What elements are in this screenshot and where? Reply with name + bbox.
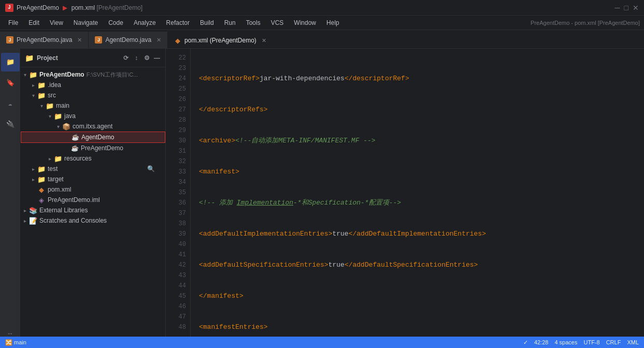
arrow-ext-libraries <box>21 208 29 213</box>
menu-vcs[interactable]: VCS <box>267 17 288 28</box>
folder-icon-java: 📁 <box>54 112 62 120</box>
arrow-java <box>46 113 54 119</box>
tree-item-agentdemo[interactable]: ☕ AgentDemo <box>21 132 165 143</box>
project-folder-icon: 📁 <box>25 54 34 62</box>
menu-code[interactable]: Code <box>104 17 127 28</box>
code-line-22: <descriptorRef>jar-with-dependencies</de… <box>199 74 636 84</box>
git-branch[interactable]: 🔀 main <box>5 339 26 346</box>
project-view-btn[interactable]: 📁 <box>1 53 20 71</box>
menu-tools[interactable]: Tools <box>242 17 265 28</box>
sidebar-collapse-btn[interactable]: ↕ <box>132 54 140 62</box>
label-src: src <box>48 92 56 99</box>
sidebar-close-btn[interactable]: — <box>153 54 161 62</box>
code-line-27: <addDefaultImplementationEntries>true</a… <box>199 229 636 239</box>
tree-item-ext-libraries[interactable]: 📚 External Libraries <box>21 205 165 215</box>
tree-item-resources[interactable]: 📁 resources <box>21 153 165 164</box>
menu-window[interactable]: Window <box>290 17 320 28</box>
tree-item-scratches[interactable]: 📝 Scratches and Consoles <box>21 215 165 226</box>
menu-build[interactable]: Build <box>196 17 218 28</box>
menu-help[interactable]: Help <box>322 17 344 28</box>
minimize-btn[interactable]: ─ <box>615 4 620 12</box>
tab-close-pomxml[interactable]: ✕ <box>262 37 266 44</box>
menu-analyze[interactable]: Analyze <box>130 17 160 28</box>
search-icon-test: 🔍 <box>147 165 155 172</box>
tree-item-test[interactable]: 📁 test 🔍 <box>21 164 165 174</box>
line-ending[interactable]: CRLF <box>606 339 621 345</box>
tab-close-preagentdemo[interactable]: ✕ <box>77 37 82 44</box>
tree-item-preagentdemo[interactable]: 📁 PreAgentDemo F:\SVN工作项目\C... <box>21 69 165 80</box>
tree-item-main[interactable]: 📁 main <box>21 100 165 111</box>
file-title: pom.xml <box>71 4 95 11</box>
java-icon: J <box>6 36 13 44</box>
line-numbers: 22 23 24 25 26 27 28 29 30 31 32 33 34 3… <box>166 49 191 348</box>
tab-bar: J PreAgentDemo.java ✕ J AgentDemo.java ✕… <box>0 30 644 49</box>
code-line-26: <!-- 添加 Implementation-*和Specification-*… <box>199 198 636 208</box>
tree-item-idea[interactable]: 📁 .idea <box>21 80 165 90</box>
xml-icon: ◆ <box>174 37 181 44</box>
cloud-btn[interactable]: ☁ <box>1 94 20 113</box>
indent-info[interactable]: 4 spaces <box>554 339 577 345</box>
arrow-test <box>29 166 37 172</box>
tab-close-agentdemo[interactable]: ✕ <box>156 37 161 44</box>
file-type: XML <box>627 339 639 345</box>
code-line-30: <manifestEntries> <box>199 322 636 332</box>
bookmarks-btn[interactable]: 🔖 <box>1 74 20 92</box>
tree-item-pomxml[interactable]: ◆ pom.xml <box>21 184 165 195</box>
folder-icon-src: 📁 <box>37 91 46 99</box>
label-target: target <box>48 176 64 183</box>
title-bar: J PreAgentDemo ▶ pom.xml [PreAgentDemo] … <box>0 0 644 16</box>
java-icon-2: J <box>95 36 102 44</box>
java-icon-preagentdemo: ☕ <box>70 144 79 152</box>
arrow-scratches <box>21 218 29 224</box>
menu-file[interactable]: File <box>4 17 22 28</box>
sidebar-settings-btn[interactable]: ⚙ <box>142 54 151 62</box>
arrow-pkg <box>54 124 62 129</box>
menu-refactor[interactable]: Refactor <box>162 17 194 28</box>
sidebar-tree: 📁 PreAgentDemo F:\SVN工作项目\C... 📁 .idea 📁 <box>21 67 165 348</box>
line-col[interactable]: 42:28 <box>534 339 549 345</box>
menu-edit[interactable]: Edit <box>24 17 44 28</box>
tree-item-pkg[interactable]: 📦 com.itxs.agent <box>21 121 165 132</box>
tab-pomxml[interactable]: ◆ pom.xml (PreAgentDemo) ✕ <box>168 32 273 48</box>
menu-view[interactable]: View <box>46 17 67 28</box>
arrow-resources <box>46 156 54 162</box>
label-test: test <box>48 165 58 172</box>
tree-item-target[interactable]: 📁 target <box>21 174 165 184</box>
label-idea: .idea <box>48 81 61 89</box>
close-btn[interactable]: ✕ <box>633 4 639 12</box>
app-icon: J <box>5 4 13 12</box>
code-area[interactable]: <descriptorRef>jar-with-dependencies</de… <box>191 49 644 348</box>
tab-label-pomxml: pom.xml (PreAgentDemo) <box>184 37 256 44</box>
project-name: PreAgentDemo <box>17 4 59 11</box>
label-scratches: Scratches and Consoles <box>39 217 107 224</box>
arrow-src <box>29 93 37 98</box>
tree-item-java[interactable]: 📁 java <box>21 111 165 121</box>
tree-item-preagentdemo-file[interactable]: ☕ PreAgentDemo <box>21 143 165 153</box>
editor: 22 23 24 25 26 27 28 29 30 31 32 33 34 3… <box>166 49 644 348</box>
menu-navigate[interactable]: Navigate <box>69 17 102 28</box>
label-resources: resources <box>64 155 92 162</box>
arrow-main <box>37 103 46 109</box>
label-preagentdemo: PreAgentDemo <box>39 71 84 78</box>
tab-preagentdemo[interactable]: J PreAgentDemo.java ✕ <box>0 32 89 48</box>
tree-item-src[interactable]: 📁 src <box>21 90 165 100</box>
sidebar-header: 📁 Project ⟳ ↕ ⚙ — <box>21 49 165 67</box>
arrow-idea <box>29 82 37 88</box>
project-icon: 📁 <box>29 70 37 79</box>
tree-item-iml[interactable]: ◈ PreAgentDemo.iml <box>21 195 165 205</box>
plugins-btn[interactable]: 🔌 <box>1 115 20 134</box>
sidebar-title: Project <box>37 54 58 62</box>
encoding[interactable]: UTF-8 <box>583 339 599 345</box>
menu-run[interactable]: Run <box>220 17 240 28</box>
status-bar: 🔀 main ✓ 42:28 4 spaces UTF-8 CRLF XML <box>0 337 644 348</box>
label-ext-libraries: External Libraries <box>39 207 88 214</box>
tab-agentdemo[interactable]: J AgentDemo.java ✕ <box>89 32 168 48</box>
code-line-25: <manifest> <box>199 167 636 177</box>
project-panel: 📁 Project ⟳ ↕ ⚙ — 📁 PreAgentDemo F:\SVN工… <box>21 49 166 348</box>
sidebar-sync-btn[interactable]: ⟳ <box>122 54 130 62</box>
editor-content[interactable]: 22 23 24 25 26 27 28 29 30 31 32 33 34 3… <box>166 49 644 348</box>
xml-file-icon: ◆ <box>37 185 46 194</box>
maximize-btn[interactable]: □ <box>624 4 628 12</box>
label-main: main <box>56 102 69 109</box>
menu-bar: File Edit View Navigate Code Analyze Ref… <box>0 16 644 30</box>
